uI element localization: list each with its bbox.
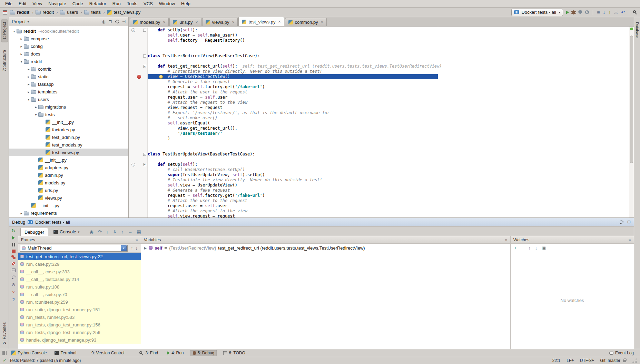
tree-item-__init__.py[interactable]: __init__.py [9,156,128,164]
debug-tab-console[interactable]: Console▾ [50,228,83,236]
tree-toggle-icon[interactable]: ▸ [19,44,24,48]
changes-icon[interactable]: ≡ [597,10,600,15]
toolwindow-button-4-run[interactable]: 4: Run [165,350,186,356]
resize-grip[interactable] [632,358,637,363]
code-line[interactable] [129,141,634,146]
tool-window-button-7-structure[interactable]: 7: Structure [1,47,8,74]
menu-help[interactable]: Help [178,0,194,7]
tree-item-reddit[interactable]: ▾reddit~/cookiecutter/reddit [9,27,128,35]
code-line[interactable]: request.user = self.user [129,95,634,100]
previous-frame-icon[interactable]: ↑ [131,246,133,250]
toolwindow-button-9-version-control[interactable]: 9: Version Control [89,350,127,356]
code-line[interactable]: ) [129,136,634,141]
variables-list[interactable]: ▶self = {TestUserRedirectView} test_get_… [141,244,510,349]
add-watch-icon[interactable]: + [514,246,517,250]
tree-item-test_views.py[interactable]: test_views.py [9,149,128,156]
code-line[interactable]: # Attach the request to the view [129,209,634,214]
code-line[interactable]: self.view.request = request [129,214,634,218]
code-line[interactable]: def test_get_redirect_url(self): self: t… [129,64,634,69]
fold-marker-icon[interactable] [143,54,146,58]
stack-frame-item[interactable]: run_suite, django_test_runner.py:151 [18,306,141,313]
breadcrumb-item-tests[interactable]: tests [83,10,102,15]
stack-frame-item[interactable]: run_tests, runner.py:533 [18,313,141,321]
tree-item-test_admin.py[interactable]: test_admin.py [9,133,128,141]
fold-marker-icon[interactable] [143,29,146,32]
step-out-icon[interactable]: ↑ [121,230,124,234]
lock-icon[interactable] [623,360,626,362]
toolwindow-button-event-log[interactable]: Event Log [607,350,636,356]
tree-item-test_models.py[interactable]: test_models.py [9,141,128,149]
code-line[interactable]: super(TestUserUpdateView, self).setUp() [129,172,634,178]
stack-frame-item[interactable]: run, suite.py:108 [18,283,141,291]
gutter-fold-slot[interactable] [142,153,147,156]
editor-tab-test_views.py[interactable]: test_views.py× [238,17,284,26]
breadcrumb-item-users[interactable]: users [59,10,79,15]
fold-marker-icon[interactable] [143,163,146,166]
run-to-cursor-icon[interactable]: → [128,230,132,234]
code-line[interactable]: self.user = self.make_user() [129,33,634,38]
tree-item-compose[interactable]: ▸compose [9,35,128,42]
tree-item-__init__.py[interactable]: __init__.py [9,118,128,126]
vcs-update-icon[interactable]: ↓ [603,10,605,15]
frames-list[interactable]: test_get_redirect_url, test_views.py:22r… [18,253,141,349]
menu-file[interactable]: File [2,0,16,7]
code-line[interactable] [129,59,634,64]
tree-item-factories.py[interactable]: factories.py [9,126,128,133]
tab-close-icon[interactable]: × [196,20,198,25]
tree-item-urls.py[interactable]: urls.py [9,186,128,194]
tab-close-icon[interactable]: × [278,19,281,24]
editor-tab-views.py[interactable]: views.py× [202,18,238,26]
code-line[interactable]: # Attach the user to the request [129,90,634,95]
inspection-status-icon[interactable] [630,28,633,30]
code-line[interactable]: # Expect: '/users/testuser/', as that is… [129,110,634,115]
stack-frame-item[interactable]: test_get_redirect_url, test_views.py:22 [18,253,141,260]
show-execution-point-icon[interactable]: ◉ [89,230,93,234]
stop-icon[interactable] [12,250,16,253]
code-line[interactable]: request = self.factory.get('/fake-url') [129,84,634,90]
tree-toggle-icon[interactable]: ▸ [19,37,24,41]
editor-tab-urls.py[interactable]: urls.py× [169,18,201,26]
duplicate-watch-icon[interactable]: ▣ [542,246,546,250]
stack-frame-item[interactable]: __call__, testcases.py:214 [18,275,141,283]
tree-item-static[interactable]: ▸static [9,73,128,80]
panel-menu-icon[interactable]: » [505,237,508,242]
chevron-down-icon[interactable]: ▾ [27,20,29,23]
code-line[interactable]: self.view = UserUpdateView() [129,183,634,188]
stack-frame-item[interactable]: run_tests, django_test_runner.py:256 [18,328,141,336]
menu-edit[interactable]: Edit [16,0,29,7]
scrollbar-thumb[interactable] [630,36,633,163]
code-line[interactable] [129,48,634,53]
debug-icon[interactable] [572,10,575,14]
tree-item-reddit[interactable]: ▾reddit [9,58,128,65]
stack-frame-item[interactable]: run, case.py:329 [18,260,141,268]
tree-item-adapters.py[interactable]: adapters.py [9,164,128,171]
menu-window[interactable]: Window [156,0,178,7]
mute-breakpoints-icon[interactable] [12,262,15,265]
code-line[interactable]: class TestUserRedirectView(BaseUserTestC… [129,53,634,59]
menu-view[interactable]: View [29,0,45,7]
profiler-icon[interactable] [585,10,589,14]
tree-item-models.py[interactable]: models.py [9,179,128,186]
next-frame-icon[interactable]: ↓ [136,246,138,250]
settings-icon[interactable] [115,20,119,23]
tree-item-users[interactable]: ▾users [9,95,128,103]
menu-tools[interactable]: Tools [124,0,140,7]
toolwindow-button-6-todo[interactable]: 6: TODO [221,350,248,356]
tree-item-taskapp[interactable]: ▸taskapp [9,80,128,88]
code-line[interactable]: # self.make_user() [129,115,634,121]
editor-scrollbar[interactable] [629,27,634,218]
code-area[interactable]: def setUp(self): self.user = self.make_u… [129,27,634,218]
code-line[interactable]: def setUp(self): [129,28,634,33]
code-line[interactable]: view = UserRedirectView() [129,74,634,79]
tab-close-icon[interactable]: × [321,20,323,25]
code-line[interactable] [129,146,634,152]
tab-close-icon[interactable]: × [232,20,234,25]
toolwindow-button-python-console[interactable]: Python Console [9,350,49,356]
status-widget-git-master[interactable]: Git: master [600,358,620,363]
override-marker-icon[interactable] [131,28,135,32]
editor-tab-common.py[interactable]: common.py× [285,18,327,26]
move-watch-down-icon[interactable]: ↓ [535,246,538,250]
tree-item-__init__.py[interactable]: __init__.py [9,202,128,209]
toolwindow-button-terminal[interactable]: Terminal [52,350,79,356]
status-widget-utf-8-[interactable]: UTF-8÷ [580,358,594,363]
